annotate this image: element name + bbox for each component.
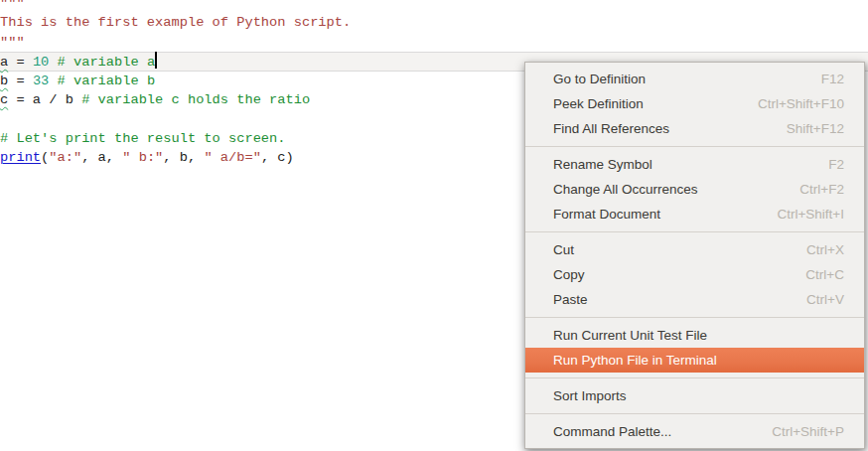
menu-item-command-palette[interactable]: Command Palette...Ctrl+Shift+P [525, 419, 864, 444]
code-token-comment: # variable a [58, 55, 156, 70]
menu-item-label: Run Current Unit Test File [553, 328, 844, 343]
code-token-string: " a/b=" [204, 150, 261, 165]
menu-item-peek-definition[interactable]: Peek DefinitionCtrl+Shift+F10 [525, 91, 864, 116]
code-token-comment: # variable b [58, 74, 156, 88]
menu-item-change-all-occurrences[interactable]: Change All OccurrencesCtrl+F2 [525, 177, 864, 202]
menu-item-label: Copy [553, 267, 805, 282]
code-token-string: " b:" [122, 150, 163, 165]
menu-item-find-all-references[interactable]: Find All ReferencesShift+F12 [525, 116, 864, 141]
menu-item-format-document[interactable]: Format DocumentCtrl+Shift+I [525, 202, 864, 226]
code-token-plain [49, 55, 57, 70]
menu-item-copy[interactable]: CopyCtrl+C [525, 262, 864, 287]
menu-shortcut: Ctrl+F2 [799, 182, 844, 197]
menu-item-sort-imports[interactable]: Sort Imports [525, 383, 864, 408]
menu-item-rename-symbol[interactable]: Rename SymbolF2 [525, 152, 864, 177]
menu-shortcut: Ctrl+X [806, 242, 844, 257]
code-token-plain: , b, [163, 150, 204, 165]
code-token-string: """ [0, 0, 25, 11]
menu-shortcut: Ctrl+Shift+P [772, 424, 844, 439]
code-token-string: """ [0, 35, 25, 50]
menu-item-label: Change All Occurrences [553, 182, 799, 197]
menu-item-label: Paste [553, 292, 806, 307]
menu-item-label: Find All References [553, 121, 787, 136]
menu-shortcut: Ctrl+V [806, 292, 844, 307]
context-menu: Go to DefinitionF12Peek DefinitionCtrl+S… [524, 62, 865, 449]
code-token-comment: # Let's print the result to screen. [0, 131, 285, 146]
menu-item-label: Rename Symbol [553, 157, 828, 172]
menu-shortcut: F12 [821, 72, 844, 86]
code-token-plain: = a / b [8, 92, 81, 107]
code-token-warnvar: b [0, 74, 8, 88]
menu-item-paste[interactable]: PasteCtrl+V [525, 287, 864, 312]
code-token-number: 33 [33, 74, 49, 88]
code-line: This is the first example of Python scri… [0, 13, 868, 32]
code-token-plain [49, 74, 57, 88]
menu-shortcut: Ctrl+Shift+I [777, 207, 844, 222]
menu-separator [525, 317, 864, 318]
menu-shortcut: Shift+F12 [787, 121, 844, 136]
code-token-comment: # variable c holds the ratio [81, 92, 310, 107]
code-token-plain: , c) [261, 150, 294, 165]
menu-item-run-current-unit-test-file[interactable]: Run Current Unit Test File [525, 323, 864, 348]
menu-separator [525, 231, 864, 232]
menu-item-run-python-file-in-terminal[interactable]: Run Python File in Terminal [525, 348, 864, 373]
code-token-number: 10 [33, 55, 49, 70]
menu-item-label: Go to Definition [553, 72, 821, 86]
code-token-string: "a:" [49, 150, 81, 165]
menu-item-label: Peek Definition [553, 96, 758, 111]
menu-item-cut[interactable]: CutCtrl+X [525, 237, 864, 262]
menu-shortcut: F2 [828, 157, 844, 172]
menu-separator [525, 413, 864, 414]
menu-item-label: Cut [553, 242, 806, 257]
code-line: """ [0, 0, 868, 13]
code-line: """ [0, 33, 868, 52]
menu-item-label: Sort Imports [553, 388, 844, 403]
menu-item-label: Run Python File in Terminal [553, 353, 844, 368]
menu-item-label: Format Document [553, 207, 777, 222]
menu-shortcut: Ctrl+Shift+F10 [758, 96, 844, 111]
menu-shortcut: Ctrl+C [805, 267, 844, 282]
code-token-plain: , a, [81, 150, 122, 165]
code-token-builtin: print [0, 150, 41, 165]
text-cursor [155, 52, 157, 69]
code-token-plain: = [8, 74, 33, 88]
code-token-warnvar: c [0, 92, 8, 107]
code-token-string: This is the first example of Python scri… [0, 15, 351, 30]
menu-separator [525, 377, 864, 378]
menu-item-go-to-definition[interactable]: Go to DefinitionF12 [525, 67, 864, 91]
code-token-warnvar: a [0, 55, 8, 70]
menu-separator [525, 146, 864, 147]
menu-item-label: Command Palette... [553, 424, 772, 439]
code-token-plain: = [8, 55, 33, 70]
